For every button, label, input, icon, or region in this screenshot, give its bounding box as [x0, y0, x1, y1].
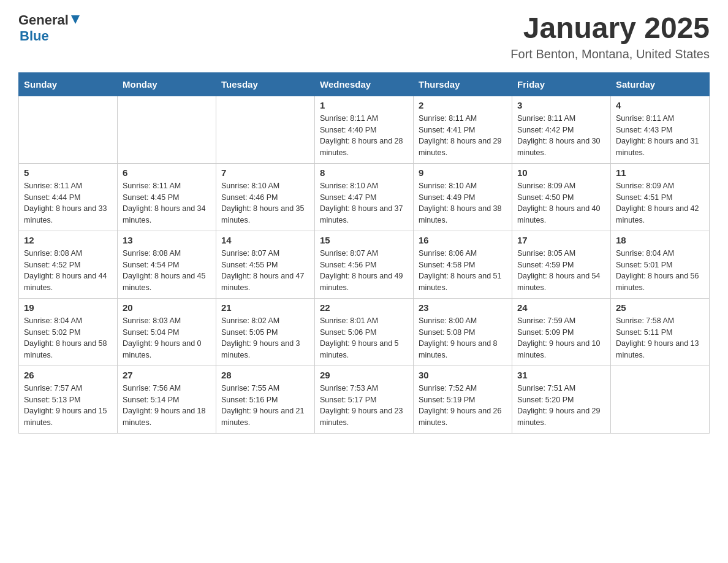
day-number: 2 — [419, 100, 507, 110]
day-number: 15 — [320, 235, 408, 245]
day-number: 24 — [517, 302, 605, 313]
day-number: 10 — [517, 167, 605, 178]
day-number: 12 — [24, 235, 112, 245]
column-header-wednesday: Wednesday — [315, 72, 414, 96]
calendar-cell: 28Sunrise: 7:55 AMSunset: 5:16 PMDayligh… — [216, 366, 315, 433]
calendar-cell: 25Sunrise: 7:58 AMSunset: 5:11 PMDayligh… — [611, 298, 710, 366]
calendar-cell: 14Sunrise: 8:07 AMSunset: 4:55 PMDayligh… — [216, 231, 315, 298]
column-header-saturday: Saturday — [611, 72, 710, 96]
day-info: Sunrise: 8:10 AMSunset: 4:49 PMDaylight:… — [419, 180, 507, 226]
calendar-cell: 18Sunrise: 8:04 AMSunset: 5:01 PMDayligh… — [611, 231, 710, 298]
calendar-cell: 15Sunrise: 8:07 AMSunset: 4:56 PMDayligh… — [315, 231, 414, 298]
calendar-cell: 29Sunrise: 7:53 AMSunset: 5:17 PMDayligh… — [315, 366, 414, 433]
calendar-cell: 13Sunrise: 8:08 AMSunset: 4:54 PMDayligh… — [118, 231, 216, 298]
day-info: Sunrise: 8:10 AMSunset: 4:46 PMDaylight:… — [221, 180, 309, 226]
calendar-cell: 27Sunrise: 7:56 AMSunset: 5:14 PMDayligh… — [118, 366, 216, 433]
logo-triangle-icon — [71, 15, 80, 26]
day-number: 11 — [616, 167, 704, 178]
day-number: 5 — [24, 167, 112, 178]
day-number: 7 — [221, 167, 309, 178]
calendar-cell: 3Sunrise: 8:11 AMSunset: 4:42 PMDaylight… — [512, 96, 611, 163]
calendar-cell: 20Sunrise: 8:03 AMSunset: 5:04 PMDayligh… — [118, 298, 216, 366]
day-number: 20 — [123, 302, 211, 313]
day-number: 21 — [221, 302, 309, 313]
day-info: Sunrise: 7:53 AMSunset: 5:17 PMDaylight:… — [320, 383, 408, 429]
day-number: 19 — [24, 302, 112, 313]
day-number: 25 — [616, 302, 704, 313]
calendar-cell — [216, 96, 315, 163]
day-info: Sunrise: 8:11 AMSunset: 4:45 PMDaylight:… — [123, 180, 211, 226]
column-header-tuesday: Tuesday — [216, 72, 315, 96]
logo-blue-text: Blue — [20, 28, 49, 44]
calendar-cell: 2Sunrise: 8:11 AMSunset: 4:41 PMDaylight… — [414, 96, 512, 163]
day-info: Sunrise: 8:06 AMSunset: 4:58 PMDaylight:… — [419, 248, 507, 294]
day-info: Sunrise: 8:11 AMSunset: 4:40 PMDaylight:… — [320, 113, 408, 159]
day-number: 30 — [419, 370, 507, 380]
calendar-cell: 21Sunrise: 8:02 AMSunset: 5:05 PMDayligh… — [216, 298, 315, 366]
day-info: Sunrise: 8:09 AMSunset: 4:51 PMDaylight:… — [616, 180, 704, 226]
calendar-cell: 17Sunrise: 8:05 AMSunset: 4:59 PMDayligh… — [512, 231, 611, 298]
day-info: Sunrise: 7:52 AMSunset: 5:19 PMDaylight:… — [419, 383, 507, 429]
calendar-cell: 16Sunrise: 8:06 AMSunset: 4:58 PMDayligh… — [414, 231, 512, 298]
calendar-title: January 2025 — [510, 12, 710, 45]
column-header-monday: Monday — [118, 72, 216, 96]
day-info: Sunrise: 8:07 AMSunset: 4:56 PMDaylight:… — [320, 248, 408, 294]
day-info: Sunrise: 8:02 AMSunset: 5:05 PMDaylight:… — [221, 315, 309, 361]
day-info: Sunrise: 8:08 AMSunset: 4:52 PMDaylight:… — [24, 248, 112, 294]
logo-general-text: General — [18, 12, 69, 28]
calendar-cell: 24Sunrise: 7:59 AMSunset: 5:09 PMDayligh… — [512, 298, 611, 366]
calendar-week-row: 1Sunrise: 8:11 AMSunset: 4:40 PMDaylight… — [19, 96, 710, 163]
calendar-cell: 4Sunrise: 8:11 AMSunset: 4:43 PMDaylight… — [611, 96, 710, 163]
day-info: Sunrise: 7:57 AMSunset: 5:13 PMDaylight:… — [24, 383, 112, 429]
calendar-cell: 12Sunrise: 8:08 AMSunset: 4:52 PMDayligh… — [19, 231, 118, 298]
svg-marker-0 — [71, 15, 80, 24]
calendar-cell: 1Sunrise: 8:11 AMSunset: 4:40 PMDaylight… — [315, 96, 414, 163]
calendar-header-row: SundayMondayTuesdayWednesdayThursdayFrid… — [19, 72, 710, 96]
day-info: Sunrise: 8:04 AMSunset: 5:01 PMDaylight:… — [616, 248, 704, 294]
day-info: Sunrise: 8:11 AMSunset: 4:43 PMDaylight:… — [616, 113, 704, 159]
day-info: Sunrise: 7:59 AMSunset: 5:09 PMDaylight:… — [517, 315, 605, 361]
day-info: Sunrise: 8:00 AMSunset: 5:08 PMDaylight:… — [419, 315, 507, 361]
calendar-cell: 8Sunrise: 8:10 AMSunset: 4:47 PMDaylight… — [315, 163, 414, 231]
day-info: Sunrise: 8:11 AMSunset: 4:44 PMDaylight:… — [24, 180, 112, 226]
calendar-cell: 19Sunrise: 8:04 AMSunset: 5:02 PMDayligh… — [19, 298, 118, 366]
calendar-cell: 31Sunrise: 7:51 AMSunset: 5:20 PMDayligh… — [512, 366, 611, 433]
day-number: 9 — [419, 167, 507, 178]
day-number: 31 — [517, 370, 605, 380]
calendar-subtitle: Fort Benton, Montana, United States — [510, 47, 710, 61]
day-info: Sunrise: 8:01 AMSunset: 5:06 PMDaylight:… — [320, 315, 408, 361]
day-number: 4 — [616, 100, 704, 110]
day-info: Sunrise: 8:08 AMSunset: 4:54 PMDaylight:… — [123, 248, 211, 294]
calendar-table: SundayMondayTuesdayWednesdayThursdayFrid… — [18, 72, 710, 434]
day-info: Sunrise: 7:51 AMSunset: 5:20 PMDaylight:… — [517, 383, 605, 429]
title-block: January 2025 Fort Benton, Montana, Unite… — [510, 12, 710, 61]
calendar-cell: 6Sunrise: 8:11 AMSunset: 4:45 PMDaylight… — [118, 163, 216, 231]
day-number: 3 — [517, 100, 605, 110]
calendar-cell: 23Sunrise: 8:00 AMSunset: 5:08 PMDayligh… — [414, 298, 512, 366]
day-number: 1 — [320, 100, 408, 110]
day-info: Sunrise: 7:56 AMSunset: 5:14 PMDaylight:… — [123, 383, 211, 429]
calendar-week-row: 12Sunrise: 8:08 AMSunset: 4:52 PMDayligh… — [19, 231, 710, 298]
day-number: 28 — [221, 370, 309, 380]
calendar-cell: 9Sunrise: 8:10 AMSunset: 4:49 PMDaylight… — [414, 163, 512, 231]
day-number: 26 — [24, 370, 112, 380]
calendar-cell: 10Sunrise: 8:09 AMSunset: 4:50 PMDayligh… — [512, 163, 611, 231]
calendar-cell: 30Sunrise: 7:52 AMSunset: 5:19 PMDayligh… — [414, 366, 512, 433]
day-info: Sunrise: 8:04 AMSunset: 5:02 PMDaylight:… — [24, 315, 112, 361]
calendar-cell — [118, 96, 216, 163]
calendar-cell: 22Sunrise: 8:01 AMSunset: 5:06 PMDayligh… — [315, 298, 414, 366]
day-number: 16 — [419, 235, 507, 245]
day-info: Sunrise: 8:07 AMSunset: 4:55 PMDaylight:… — [221, 248, 309, 294]
calendar-cell: 5Sunrise: 8:11 AMSunset: 4:44 PMDaylight… — [19, 163, 118, 231]
page-header: General Blue January 2025 Fort Benton, M… — [18, 12, 710, 61]
day-number: 17 — [517, 235, 605, 245]
calendar-cell: 11Sunrise: 8:09 AMSunset: 4:51 PMDayligh… — [611, 163, 710, 231]
day-number: 8 — [320, 167, 408, 178]
calendar-cell — [611, 366, 710, 433]
day-info: Sunrise: 8:11 AMSunset: 4:41 PMDaylight:… — [419, 113, 507, 159]
column-header-thursday: Thursday — [414, 72, 512, 96]
day-info: Sunrise: 8:09 AMSunset: 4:50 PMDaylight:… — [517, 180, 605, 226]
calendar-cell: 7Sunrise: 8:10 AMSunset: 4:46 PMDaylight… — [216, 163, 315, 231]
calendar-week-row: 26Sunrise: 7:57 AMSunset: 5:13 PMDayligh… — [19, 366, 710, 433]
day-info: Sunrise: 8:03 AMSunset: 5:04 PMDaylight:… — [123, 315, 211, 361]
